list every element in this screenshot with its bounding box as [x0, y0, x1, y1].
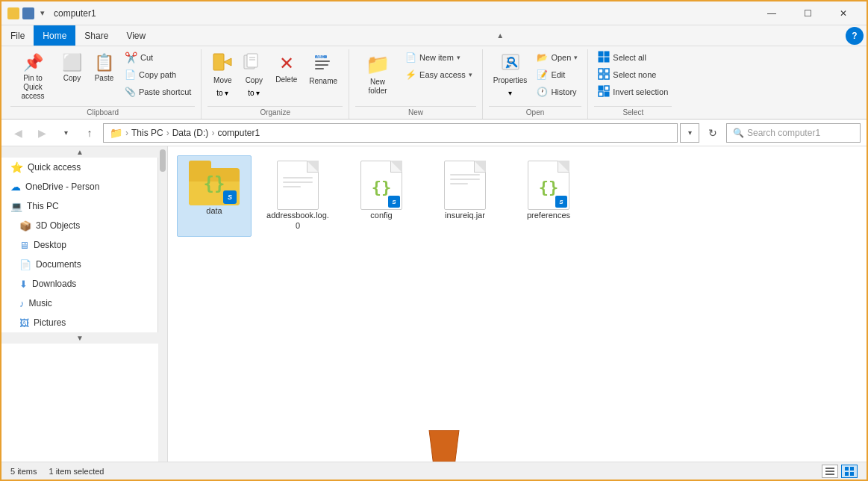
copy-to-arrow[interactable]: to ▾: [239, 87, 269, 99]
copy-to-button[interactable]: Copy to ▾: [239, 49, 269, 99]
select-none-button[interactable]: Select none: [594, 66, 672, 83]
sidebar-scroll-down[interactable]: ▼: [1, 332, 158, 344]
ribbon-group-select: Select all Select no: [588, 49, 678, 119]
cut-button[interactable]: ✂️ Cut: [121, 49, 195, 66]
open-btn[interactable]: 📂 Open ▾: [533, 49, 581, 66]
rename-button[interactable]: ABC Rename: [304, 49, 343, 90]
edit-button[interactable]: 📝 Edit: [533, 66, 581, 83]
clipboard-buttons: 📌 Pin to Quick access ⬜ Copy 📋 Paste: [10, 49, 195, 105]
properties-icon: [500, 52, 521, 76]
close-button[interactable]: ✕: [826, 1, 861, 25]
sidebar-item-onedrive[interactable]: ☁ OneDrive - Person: [1, 177, 157, 196]
title-icon-yellow: [7, 7, 19, 19]
copy-path-button[interactable]: 📄 Copy path: [121, 66, 195, 83]
svg-text:ABC: ABC: [316, 55, 325, 59]
file-item-insureiq[interactable]: insureiq.jar: [428, 155, 502, 237]
sidebar-scrollbar[interactable]: [158, 146, 167, 462]
menu-view[interactable]: View: [117, 25, 154, 46]
copy-label: Copy: [63, 74, 81, 83]
open-icon: 📂: [537, 52, 548, 63]
paste-shortcut-button[interactable]: 📎 Paste shortcut: [121, 84, 195, 100]
this-pc-icon: 💻: [10, 201, 22, 212]
scroll-down-icon: ▼: [76, 334, 84, 342]
scroll-thumb[interactable]: [160, 149, 166, 172]
large-icons-view-icon: [844, 466, 855, 477]
title-icon-blue: [22, 7, 34, 19]
doc-fold-tri: [307, 161, 319, 173]
move-to-button[interactable]: Move to ▾: [207, 49, 237, 99]
edit-icon: 📝: [537, 69, 548, 80]
pictures-label: Pictures: [34, 317, 66, 328]
doc-line-3: [283, 186, 301, 187]
new-item-button[interactable]: 📄 New item ▾: [402, 49, 476, 66]
file-item-preferences[interactable]: {} S preferences: [511, 155, 586, 237]
restore-button[interactable]: ☐: [790, 1, 825, 25]
doc-line-jar-2: [450, 179, 480, 180]
sidebar-item-desktop[interactable]: 🖥 Desktop: [1, 235, 157, 255]
sidebar-item-documents[interactable]: 📄 Documents: [1, 255, 157, 274]
new-folder-button[interactable]: 📁 New folder: [355, 49, 400, 99]
select-none-label: Select none: [613, 70, 656, 79]
sidebar: ⭐ Quick access ☁ OneDrive - Person 💻 Thi…: [1, 158, 158, 332]
invert-selection-icon: [598, 85, 610, 99]
menu-file[interactable]: File: [1, 25, 34, 46]
properties-top[interactable]: Properties: [489, 49, 532, 87]
address-path[interactable]: 📁 › This PC › Data (D:) › computer1: [103, 123, 678, 143]
this-pc-label: This PC: [27, 201, 59, 211]
titlebar-controls: — ☐ ✕: [755, 1, 861, 25]
invert-selection-button[interactable]: Invert selection: [594, 84, 672, 100]
properties-arrow[interactable]: ▾: [489, 87, 532, 99]
sidebar-item-3d-objects[interactable]: 📦 3D Objects: [1, 216, 157, 235]
config-label: config: [370, 210, 392, 220]
sidebar-item-downloads[interactable]: ⬇ Downloads: [1, 274, 157, 294]
statusbar: 5 items 1 item selected: [1, 462, 867, 480]
sidebar-item-this-pc[interactable]: 💻 This PC: [1, 196, 157, 216]
move-to-label: Move: [213, 76, 231, 84]
copy-to-top[interactable]: Copy: [239, 49, 269, 87]
history-button[interactable]: 🕐 History: [533, 84, 581, 100]
sidebar-item-quick-access[interactable]: ⭐ Quick access: [1, 158, 157, 177]
delete-button[interactable]: ✕ Delete: [270, 49, 302, 88]
details-view-button[interactable]: [822, 465, 838, 478]
sidebar-scroll-up[interactable]: ▲: [1, 146, 158, 158]
svg-rect-23: [599, 92, 603, 96]
file-item-addressbook[interactable]: addressbook.log. 0: [260, 155, 335, 237]
titlebar: ▾ computer1 — ☐ ✕: [1, 1, 867, 25]
sidebar-item-pictures[interactable]: 🖼 Pictures: [1, 313, 157, 332]
properties-button[interactable]: Properties ▾: [489, 49, 532, 99]
file-item-data[interactable]: {} S data: [177, 155, 252, 237]
file-item-config[interactable]: {} S config: [344, 155, 419, 237]
back-button[interactable]: ◀: [7, 122, 28, 143]
move-to-arrow[interactable]: to ▾: [207, 87, 237, 99]
properties-label: Properties: [493, 76, 528, 84]
addressbook-label: addressbook.log. 0: [266, 210, 330, 232]
select-all-button[interactable]: Select all: [594, 49, 672, 66]
paste-button[interactable]: 📋 Paste: [89, 49, 119, 87]
help-button[interactable]: ?: [846, 27, 864, 45]
address-dropdown[interactable]: ▾: [680, 123, 699, 143]
details-view-icon: [825, 466, 835, 477]
search-box[interactable]: 🔍 Search computer1: [726, 123, 861, 143]
menu-share[interactable]: Share: [75, 25, 117, 46]
forward-button[interactable]: ▶: [31, 122, 52, 143]
minimize-button[interactable]: —: [755, 1, 789, 25]
menu-home[interactable]: Home: [34, 25, 75, 46]
doc-fold-tri-cfg: [390, 161, 402, 173]
large-icons-view-button[interactable]: [841, 465, 858, 478]
refresh-button[interactable]: ↻: [702, 122, 723, 143]
copy-to-label2: to ▾: [248, 89, 260, 97]
ribbon-collapse-arrow[interactable]: ▲: [492, 25, 508, 46]
copy-button[interactable]: ⬜ Copy: [57, 49, 87, 87]
recent-button[interactable]: ▾: [55, 122, 76, 143]
move-to-top[interactable]: Move: [207, 49, 237, 87]
ribbon-group-open: Properties ▾ 📂 Open ▾: [483, 49, 589, 119]
addressbook-icon: [277, 161, 319, 210]
new-item-label: New item: [419, 53, 454, 62]
easy-access-button[interactable]: ⚡ Easy access ▾: [402, 66, 476, 83]
select-col: Select all Select no: [594, 49, 672, 100]
invert-selection-label: Invert selection: [613, 87, 668, 96]
up-button[interactable]: ↑: [79, 122, 100, 143]
pin-quick-access-button[interactable]: 📌 Pin to Quick access: [10, 49, 55, 105]
sidebar-item-music[interactable]: ♪ Music: [1, 294, 157, 313]
copy-icon: ⬜: [62, 53, 82, 72]
